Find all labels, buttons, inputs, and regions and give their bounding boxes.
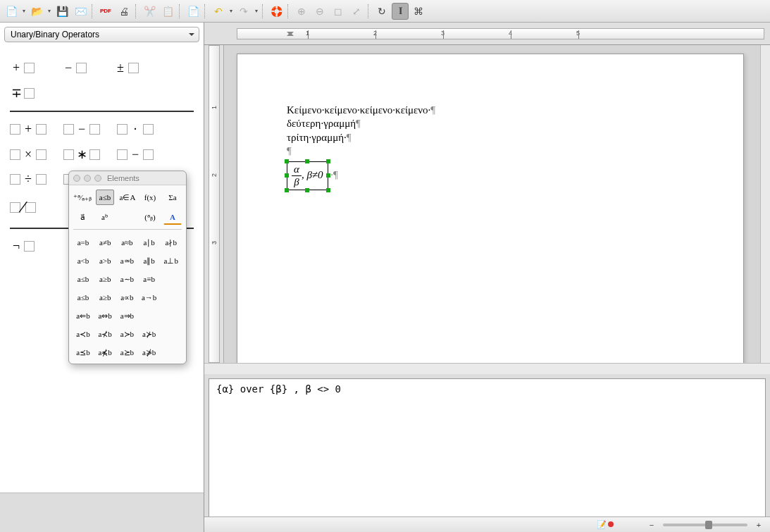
vertical-scrollbar[interactable] (760, 45, 770, 363)
relation-a≥b[interactable]: a≥b (95, 272, 115, 286)
zoom-in-button[interactable]: + (753, 521, 764, 529)
cat-operators[interactable]: Σa (163, 190, 182, 205)
modified-indicator[interactable]: 📝 (597, 520, 614, 529)
zoom-slider[interactable] (663, 524, 747, 526)
relation-a⋡b[interactable]: a⋡b (139, 345, 159, 359)
resize-handle[interactable] (326, 188, 330, 192)
close-icon[interactable] (73, 175, 80, 182)
relation-a≻b[interactable]: a≻b (117, 327, 137, 341)
relation-a≺b[interactable]: a≺b (73, 327, 93, 341)
horizontal-ruler[interactable]: 12345 (204, 23, 770, 45)
relation-a⪰b[interactable]: a⪰b (117, 345, 137, 359)
refresh-button[interactable]: ↻ (373, 3, 390, 20)
relation-a≃b[interactable]: a≃b (117, 254, 137, 268)
resize-handle[interactable] (326, 159, 330, 163)
resize-handle[interactable] (285, 188, 289, 192)
undo-button[interactable]: ↶ (210, 3, 227, 20)
relation-a∣b[interactable]: a∣b (139, 235, 159, 249)
vruler-label: 3 (211, 241, 218, 245)
relation-a<b[interactable]: a<b (73, 254, 93, 268)
pilcrow-icon: ¶ (287, 145, 292, 156)
elements-titlebar[interactable]: Elements (69, 171, 186, 185)
resize-handle[interactable] (285, 159, 289, 163)
cat-unary[interactable]: ⁺ᵃ⁄ₐ₊ᵦ (73, 190, 92, 205)
open-dropdown[interactable]: ▾ (46, 8, 52, 14)
relation-a→b[interactable]: a→b (139, 290, 159, 304)
new-doc-dropdown[interactable]: ▾ (21, 8, 27, 14)
cat-brackets[interactable]: aᵇ (96, 209, 114, 225)
vertical-ruler[interactable]: 123 (204, 45, 224, 363)
pilcrow-icon: ¶ (356, 118, 361, 129)
operator-category-combo[interactable]: Unary/Binary Operators (4, 27, 199, 42)
op-fraction[interactable]: / (10, 197, 45, 218)
cat-set[interactable]: a∈A (118, 190, 137, 205)
op-subtraction-alt[interactable]: − (117, 147, 154, 162)
fraction-numerator: α (292, 163, 302, 176)
resize-handle[interactable] (305, 188, 309, 192)
symbols-button[interactable]: ⌘ (410, 3, 427, 20)
op-minus-plus[interactable]: ∓ (10, 85, 45, 101)
relation-a≥b[interactable]: a≥b (95, 290, 115, 304)
relation-a⪯b[interactable]: a⪯b (73, 345, 93, 359)
relation-a≡b[interactable]: a≡b (139, 272, 159, 286)
op-multiplication[interactable]: × (10, 147, 46, 162)
paste-button[interactable]: 📄 (185, 3, 201, 20)
horizontal-scrollbar[interactable] (204, 363, 770, 374)
resize-handle[interactable] (285, 173, 289, 178)
relation-a≤b[interactable]: a≤b (73, 290, 93, 304)
cat-attributes[interactable]: a⃗ (73, 209, 92, 225)
print-button[interactable]: 🖨 (116, 3, 132, 20)
relation-a⇔b[interactable]: a⇔b (95, 309, 115, 323)
relation-a⊥b[interactable]: a⊥b (161, 254, 181, 268)
zoom-out-button[interactable]: − (646, 521, 657, 529)
sidebar-drag-area[interactable] (0, 493, 204, 532)
copy-button: 📋 (159, 3, 176, 20)
export-pdf-button[interactable]: PDF (97, 3, 114, 20)
op-division[interactable]: ÷ (10, 172, 46, 187)
cat-formats[interactable]: (ᵃᵦ) (141, 209, 159, 225)
formula-object[interactable]: α β , β≠0 (287, 161, 328, 190)
op-minus-sign[interactable]: − (62, 61, 97, 75)
new-doc-button[interactable]: 📄 (3, 3, 20, 20)
relation-a⊀b[interactable]: a⊀b (95, 327, 115, 341)
relation-a>b[interactable]: a>b (95, 254, 115, 268)
elements-panel[interactable]: Elements ⁺ᵃ⁄ₐ₊ᵦa≤ba∈Af(x)Σaa⃗aᵇ(ᵃᵦ)A a=b… (68, 171, 187, 364)
formula-cursor-button[interactable]: 𝐈 (392, 3, 409, 20)
mail-button[interactable]: ✉️ (72, 3, 89, 20)
cat-functions[interactable]: f(x) (141, 190, 159, 205)
relation-a∥b[interactable]: a∥b (139, 254, 159, 268)
relation-a≤b[interactable]: a≤b (73, 272, 93, 286)
op-addition[interactable]: + (10, 122, 46, 137)
save-button[interactable]: 💾 (54, 3, 70, 20)
resize-handle[interactable] (326, 173, 330, 178)
relation-a=b[interactable]: a=b (73, 235, 93, 249)
minimize-icon[interactable] (84, 175, 91, 182)
zoom-fit-button: ⤢ (348, 3, 365, 20)
open-button[interactable]: 📂 (28, 3, 45, 20)
relation-a⊁b[interactable]: a⊁b (139, 327, 159, 341)
cat-others[interactable]: A (163, 209, 182, 225)
relation-a⇐b[interactable]: a⇐b (73, 309, 93, 323)
page-viewport[interactable]: Κείμενο·κείμενο·κείμενο·κείμενο·¶ δεύτερ… (224, 45, 760, 363)
relation-a≈b[interactable]: a≈b (117, 235, 137, 249)
formula-code-editor[interactable]: {α} over {β} , β <> 0 (209, 378, 766, 519)
op-boolean-not[interactable]: ¬ (10, 239, 45, 254)
relation-a≠b[interactable]: a≠b (95, 235, 115, 249)
zoom-icon[interactable] (94, 175, 101, 182)
op-subtraction[interactable]: − (63, 122, 100, 137)
cat-relations[interactable]: a≤b (96, 190, 114, 205)
op-dot-product[interactable]: · (117, 122, 154, 137)
op-plus-sign[interactable]: + (10, 61, 45, 75)
op-asterisk[interactable]: ∗ (63, 147, 100, 162)
redo-dropdown[interactable]: ▾ (254, 8, 259, 14)
relation-a∼b[interactable]: a∼b (117, 272, 137, 286)
resize-handle[interactable] (305, 159, 309, 163)
relation-a∤b[interactable]: a∤b (161, 235, 181, 249)
relation-a⇒b[interactable]: a⇒b (117, 309, 137, 323)
vruler-label: 1 (211, 106, 218, 109)
op-plus-minus[interactable]: ± (114, 61, 149, 75)
help-button[interactable]: 🛟 (268, 3, 285, 20)
undo-dropdown[interactable]: ▾ (228, 8, 234, 14)
relation-a∝b[interactable]: a∝b (117, 290, 137, 304)
relation-a⋠b[interactable]: a⋠b (95, 345, 115, 359)
